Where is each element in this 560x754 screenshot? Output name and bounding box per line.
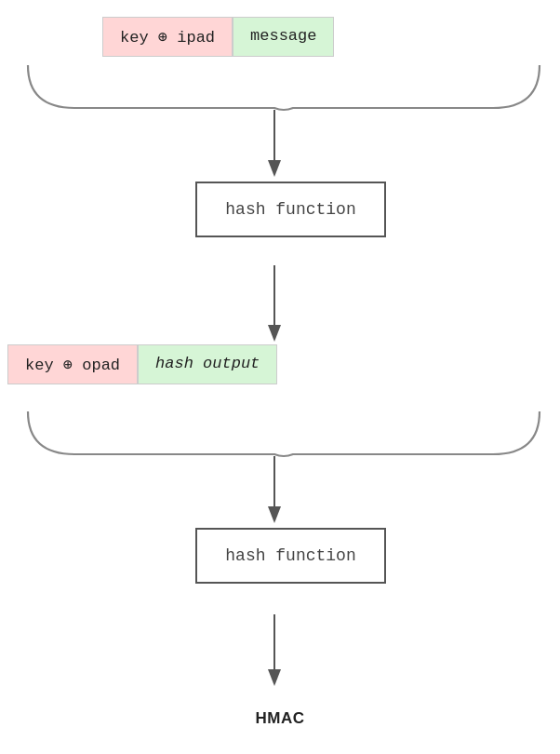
hmac-diagram: key ⊕ ipad message hash function key ⊕ o… [0,0,560,754]
arrow2-icon [251,265,298,349]
message-box: message [233,17,334,57]
top-brace-icon [19,63,549,114]
svg-marker-3 [268,325,281,342]
arrow1-icon [251,110,298,184]
svg-marker-5 [268,506,281,523]
hmac-label: HMAC [256,709,305,728]
hash-function-box-2: hash function [195,528,386,584]
hash-function-box-1: hash function [195,182,386,237]
key-opad-box: key ⊕ opad [7,344,138,384]
hash-output-box: hash output [138,344,277,384]
top-input-row: key ⊕ ipad message [102,17,334,57]
mid-input-row: key ⊕ opad hash output [7,344,277,384]
arrow3-icon [251,456,298,531]
key-ipad-box: key ⊕ ipad [102,17,233,57]
arrow4-icon [251,614,298,693]
svg-marker-7 [268,669,281,686]
bottom-brace-icon [19,410,549,461]
svg-marker-1 [268,160,281,177]
